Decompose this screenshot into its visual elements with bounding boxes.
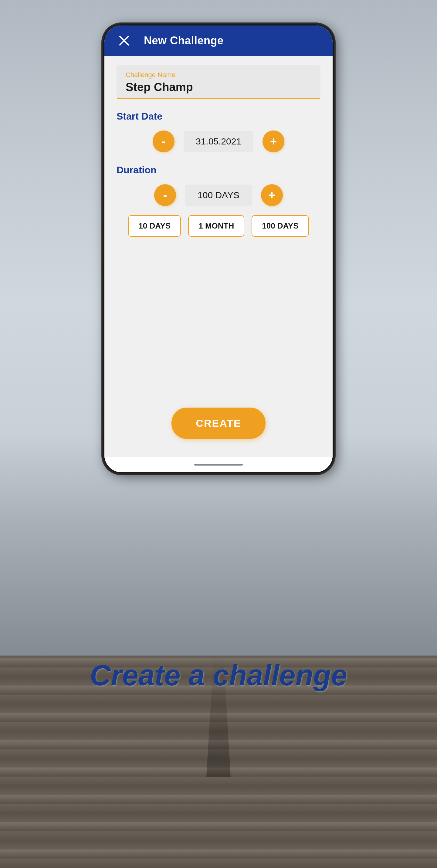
duration-label: Duration bbox=[117, 164, 320, 176]
close-icon bbox=[119, 35, 130, 46]
app-header-title: New Challenge bbox=[144, 34, 224, 47]
phone-frame: New Challenge Challenge Name Step Champ … bbox=[103, 24, 334, 473]
create-button[interactable]: CREATE bbox=[171, 408, 265, 439]
start-date-plus-button[interactable]: + bbox=[262, 130, 284, 152]
field-underline bbox=[117, 98, 320, 99]
duration-minus-button[interactable]: - bbox=[154, 184, 176, 206]
challenge-name-field[interactable]: Challenge Name Step Champ bbox=[117, 65, 320, 99]
content-spacer bbox=[117, 243, 320, 408]
start-date-minus-button[interactable]: - bbox=[153, 130, 175, 152]
app-content: Challenge Name Step Champ Start Date - 3… bbox=[104, 56, 333, 457]
duration-plus-button[interactable]: + bbox=[261, 184, 283, 206]
tagline-text: Create a challenge bbox=[90, 659, 347, 692]
start-date-control-row: - 31.05.2021 + bbox=[117, 130, 320, 152]
home-bar-line bbox=[194, 464, 243, 466]
quick-select-row: 10 DAYS 1 MONTH 100 DAYS bbox=[117, 215, 320, 237]
quick-1-month-button[interactable]: 1 MONTH bbox=[188, 215, 244, 237]
home-bar bbox=[104, 457, 333, 472]
challenge-name-label: Challenge Name bbox=[126, 71, 311, 79]
duration-display: 100 DAYS bbox=[185, 185, 252, 206]
quick-100-days-button[interactable]: 100 DAYS bbox=[252, 215, 309, 237]
start-date-label: Start Date bbox=[117, 111, 320, 122]
phone-screen: New Challenge Challenge Name Step Champ … bbox=[104, 26, 333, 472]
start-date-display: 31.05.2021 bbox=[184, 131, 253, 152]
close-button[interactable] bbox=[117, 33, 132, 48]
challenge-name-value: Step Champ bbox=[126, 81, 311, 94]
duration-control-row: - 100 DAYS + bbox=[117, 184, 320, 206]
app-header: New Challenge bbox=[104, 26, 333, 56]
quick-10-days-button[interactable]: 10 DAYS bbox=[128, 215, 181, 237]
